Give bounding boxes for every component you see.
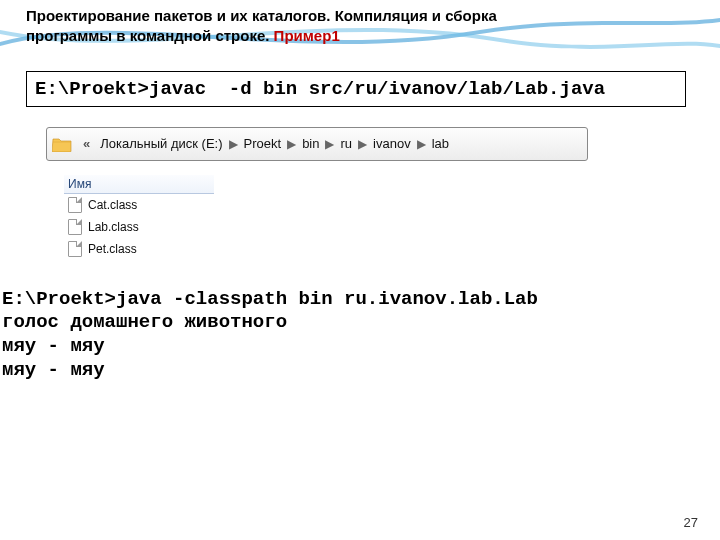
file-list-header-name[interactable]: Имя [64, 175, 214, 194]
folder-icon [51, 134, 73, 154]
terminal-compile-command: E:\Proekt>javac -d bin src/ru/ivanov/lab… [26, 71, 686, 107]
breadcrumb-seg-5[interactable]: lab [426, 136, 455, 151]
breadcrumb-seg-3[interactable]: ru [334, 136, 358, 151]
breadcrumb-seg-4[interactable]: ivanov [367, 136, 417, 151]
terminal-output-line: голос домашнего животного [2, 311, 287, 333]
breadcrumb-seg-0[interactable]: Локальный диск (E:) [94, 136, 228, 151]
file-icon [68, 219, 82, 235]
breadcrumb-seg-1[interactable]: Proekt [238, 136, 288, 151]
list-item[interactable]: Lab.class [64, 216, 214, 238]
page-number: 27 [684, 515, 698, 530]
chevron-right-icon: ▶ [358, 137, 367, 151]
chevron-right-icon: ▶ [229, 137, 238, 151]
file-name: Cat.class [88, 198, 137, 212]
terminal-output-line: мяу - мяу [2, 335, 105, 357]
title-line-1: Проектирование пакетов и их каталогов. К… [26, 7, 497, 24]
title-example: Пример1 [274, 27, 340, 44]
list-item[interactable]: Cat.class [64, 194, 214, 216]
terminal-output-line: мяу - мяу [2, 359, 105, 381]
chevron-right-icon: ▶ [417, 137, 426, 151]
file-icon [68, 197, 82, 213]
chevron-right-icon: ▶ [287, 137, 296, 151]
list-item[interactable]: Pet.class [64, 238, 214, 260]
file-name: Pet.class [88, 242, 137, 256]
file-name: Lab.class [88, 220, 139, 234]
breadcrumb-seg-2[interactable]: bin [296, 136, 325, 151]
terminal-run-command: E:\Proekt>java -classpath bin ru.ivanov.… [2, 288, 538, 310]
file-list: Имя Cat.class Lab.class Pet.class [64, 175, 214, 260]
explorer-breadcrumb[interactable]: « Локальный диск (E:) ▶ Proekt ▶ bin ▶ r… [46, 127, 588, 161]
chevron-right-icon: ▶ [325, 137, 334, 151]
title-line-2: программы в командной строке. [26, 27, 274, 44]
slide-title: Проектирование пакетов и их каталогов. К… [26, 6, 694, 47]
file-icon [68, 241, 82, 257]
terminal-run-output: E:\Proekt>java -classpath bin ru.ivanov.… [2, 288, 694, 383]
breadcrumb-overflow[interactable]: « [79, 136, 94, 151]
